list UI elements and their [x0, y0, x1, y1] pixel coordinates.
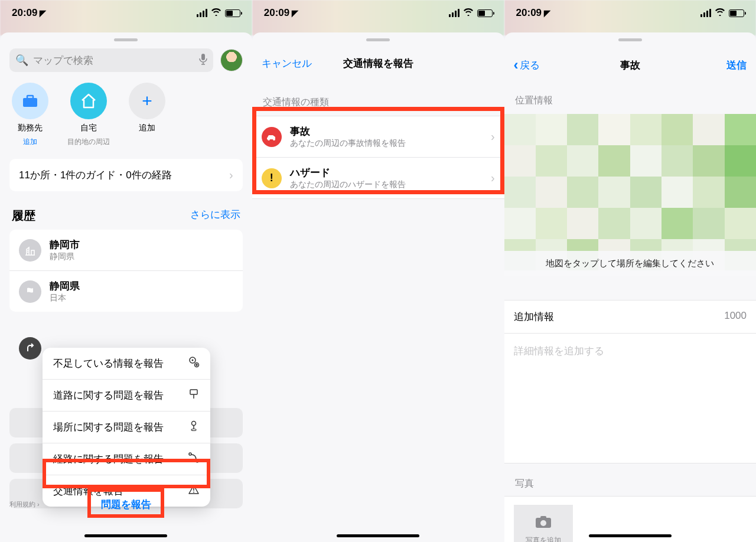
- chevron-right-icon: ›: [491, 130, 495, 143]
- sheet-grabber[interactable]: [114, 38, 138, 41]
- summary-text: 11か所・1件のガイド・0件の経路: [19, 168, 172, 182]
- map-thumbnail[interactable]: [504, 114, 756, 270]
- svg-rect-2: [27, 96, 33, 99]
- status-bar: 20:09 ◤: [0, 0, 252, 26]
- pin-add-icon: [188, 356, 200, 371]
- add-photo-tile[interactable]: 写真を追加: [514, 505, 573, 542]
- svg-rect-15: [540, 516, 546, 519]
- traffic-type-list: 事故 あなたの周辺の事故情報を報告 › ! ハザード あなたの周辺のハザードを報…: [252, 116, 504, 199]
- building-icon: [19, 239, 41, 262]
- battery-icon: [225, 9, 240, 17]
- search-icon: 🔍: [15, 54, 28, 67]
- flag-icon: [19, 280, 41, 303]
- warning-icon: [188, 484, 200, 498]
- report-context-menu: 不足している情報を報告 道路に関する問題を報告 場所に関する問題を報告 経路に関…: [43, 348, 210, 507]
- wifi-icon: [211, 8, 221, 18]
- char-count: 1000: [724, 310, 747, 324]
- svg-point-12: [268, 138, 270, 141]
- camera-icon: [535, 514, 552, 533]
- terms-link[interactable]: 利用規約 ›: [9, 500, 40, 509]
- location-services-icon: ◤: [544, 8, 550, 18]
- report-sheet: キャンセル 交通情報を報告 交通情報の種類 事故 あなたの周辺の事故情報を報告 …: [252, 32, 504, 542]
- map-hint: 地図をタップして場所を編集してください: [504, 251, 756, 276]
- home-icon: [70, 83, 107, 119]
- favorites-row: 勤務先 追加 自宅 目的地の周辺 + 追加: [0, 72, 252, 153]
- microphone-icon[interactable]: [199, 53, 207, 68]
- favorite-home[interactable]: 自宅 目的地の周辺: [67, 83, 110, 147]
- hazard-icon: !: [262, 168, 282, 188]
- svg-point-16: [540, 520, 546, 526]
- search-sheet: 🔍 マップで検索 勤務先 追加 自宅 目的地の周辺: [0, 32, 252, 542]
- row-accident[interactable]: 事故 あなたの周辺の事故情報を報告 ›: [252, 116, 504, 158]
- row-hazard[interactable]: ! ハザード あなたの周辺のハザードを報告 ›: [252, 158, 504, 198]
- home-indicator[interactable]: [337, 534, 419, 537]
- accident-icon: [262, 127, 282, 147]
- road-sign-icon: [188, 388, 200, 403]
- status-time: 20:09: [264, 7, 289, 19]
- sheet-grabber[interactable]: [366, 38, 390, 41]
- svg-rect-0: [201, 54, 205, 60]
- additional-info-row: 追加情報 1000: [504, 300, 756, 334]
- nav-title: 交通情報を報告: [343, 57, 413, 70]
- svg-point-8: [191, 429, 196, 431]
- accident-sheet: ‹ 戻る 事故 送信 位置情報 地図をタップして場所を編集してください 追加情報…: [504, 32, 756, 542]
- status-bar: 20:09 ◤: [504, 0, 756, 26]
- cancel-button[interactable]: キャンセル: [262, 57, 312, 70]
- menu-missing-info[interactable]: 不足している情報を報告: [43, 348, 210, 380]
- signal-icon: [449, 9, 460, 17]
- plus-icon: +: [129, 83, 165, 119]
- nav-title: 事故: [620, 58, 640, 72]
- route-icon: [188, 452, 200, 466]
- svg-rect-6: [190, 390, 197, 394]
- location-services-icon: ◤: [40, 8, 46, 18]
- wifi-icon: [715, 8, 725, 18]
- home-indicator[interactable]: [84, 534, 167, 537]
- signal-icon: [197, 9, 207, 17]
- phone-3: 20:09 ◤ ‹ 戻る 事故 送信 位置情報: [504, 0, 756, 542]
- back-button[interactable]: ‹ 戻る: [514, 57, 540, 73]
- battery-icon: [477, 9, 493, 17]
- phone-1: 20:09 ◤ 🔍 マップで検索: [0, 0, 252, 542]
- send-button[interactable]: 送信: [726, 58, 747, 72]
- location-services-icon: ◤: [292, 8, 298, 18]
- svg-point-9: [189, 453, 191, 455]
- signal-icon: [700, 9, 711, 17]
- svg-point-11: [193, 492, 194, 493]
- directions-icon: [19, 337, 41, 360]
- svg-point-4: [192, 360, 194, 361]
- sheet-grabber[interactable]: [618, 38, 642, 41]
- guides-summary-row[interactable]: 11か所・1件のガイド・0件の経路 ›: [9, 159, 243, 191]
- traffic-type-label: 交通情報の種類: [252, 79, 504, 116]
- svg-point-13: [273, 138, 275, 141]
- home-indicator[interactable]: [589, 534, 672, 537]
- history-item[interactable]: 静岡県 日本: [9, 271, 243, 312]
- location-label: 位置情報: [504, 81, 756, 114]
- favorite-add[interactable]: + 追加: [129, 83, 165, 147]
- details-textarea[interactable]: 詳細情報を追加する: [504, 334, 756, 463]
- chevron-right-icon: ›: [229, 168, 233, 182]
- menu-road-problem[interactable]: 道路に関する問題を報告: [43, 380, 210, 412]
- photos-label: 写真: [504, 469, 756, 496]
- briefcase-icon: [12, 83, 48, 119]
- history-more-link[interactable]: さらに表示: [190, 208, 240, 224]
- battery-icon: [729, 9, 744, 17]
- menu-place-problem[interactable]: 場所に関する問題を報告: [43, 412, 210, 443]
- history-item[interactable]: 静岡市 静岡県: [9, 230, 243, 271]
- pin-icon: [188, 420, 200, 435]
- status-time: 20:09: [516, 7, 542, 19]
- search-placeholder: マップで検索: [33, 54, 194, 67]
- report-problem-button[interactable]: 問題を報告: [101, 498, 151, 511]
- status-time: 20:09: [12, 7, 37, 19]
- svg-point-7: [192, 422, 196, 426]
- status-bar: 20:09 ◤: [252, 0, 504, 26]
- phone-2: 20:09 ◤ キャンセル 交通情報を報告 交通情報の種類: [252, 0, 504, 542]
- history-title: 履歴: [12, 208, 35, 224]
- wifi-icon: [463, 8, 474, 18]
- additional-label: 追加情報: [514, 310, 554, 324]
- history-list: 静岡市 静岡県 静岡県 日本: [9, 230, 243, 312]
- menu-route-problem[interactable]: 経路に関する問題を報告: [43, 443, 210, 475]
- search-input[interactable]: 🔍 マップで検索: [9, 48, 213, 72]
- avatar[interactable]: [220, 49, 243, 71]
- favorite-work[interactable]: 勤務先 追加: [12, 83, 48, 147]
- chevron-right-icon: ›: [491, 171, 495, 185]
